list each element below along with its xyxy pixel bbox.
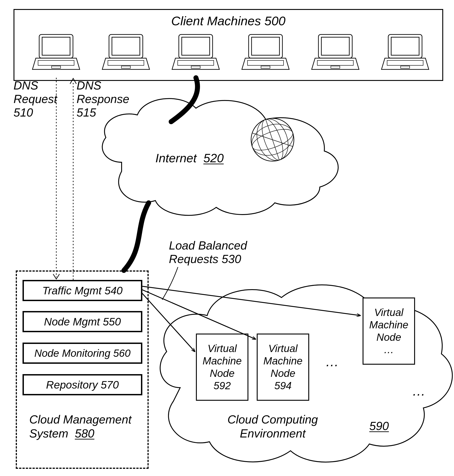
svg-line-35 [142,286,360,316]
svg-line-34 [142,290,256,339]
lb-arrows [0,0,454,476]
diagram-canvas: Client Machines 500 [0,0,454,476]
svg-line-33 [142,293,195,351]
